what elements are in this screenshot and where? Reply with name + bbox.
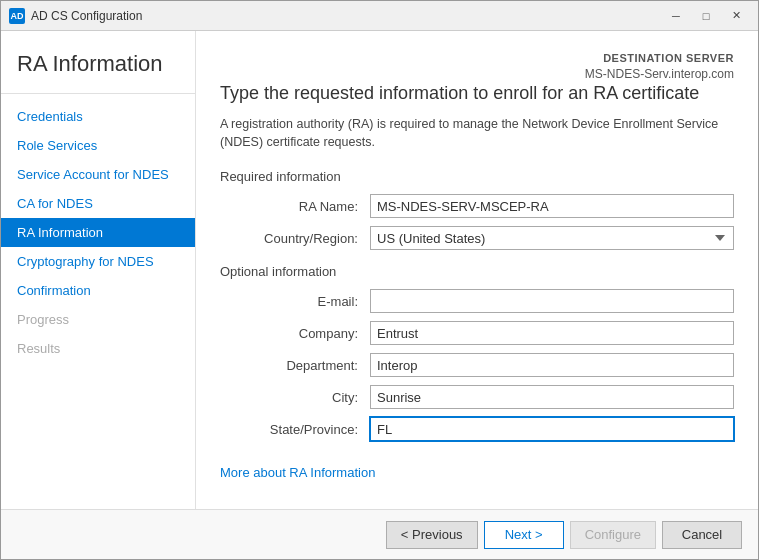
page-title-area: RA Information (1, 41, 195, 94)
sidebar-item-ca-for-ndes[interactable]: CA for NDES (1, 189, 195, 218)
city-input[interactable] (370, 385, 734, 409)
company-row: Company: (220, 321, 734, 345)
window: AD AD CS Configuration ─ □ ✕ RA Informat… (0, 0, 759, 560)
window-title: AD CS Configuration (31, 9, 662, 23)
department-row: Department: (220, 353, 734, 377)
state-label: State/Province: (240, 422, 370, 437)
city-label: City: (240, 390, 370, 405)
main-area: RA Information Credentials Role Services… (1, 31, 758, 509)
email-label: E-mail: (240, 294, 370, 309)
department-label: Department: (240, 358, 370, 373)
destination-server-name: MS-NDES-Serv.interop.com (585, 66, 734, 83)
required-section-label: Required information (220, 169, 734, 184)
destination-label: DESTINATION SERVER (585, 51, 734, 66)
titlebar: AD AD CS Configuration ─ □ ✕ (1, 1, 758, 31)
optional-section-label-area: Optional information (220, 264, 734, 279)
city-row: City: (220, 385, 734, 409)
optional-section-label: Optional information (220, 264, 734, 279)
country-row: Country/Region: US (United States) CA (C… (220, 226, 734, 250)
sidebar-item-confirmation[interactable]: Confirmation (1, 276, 195, 305)
maximize-button[interactable]: □ (692, 6, 720, 26)
more-about-link[interactable]: More about RA Information (220, 465, 375, 480)
department-input[interactable] (370, 353, 734, 377)
state-input[interactable] (370, 417, 734, 441)
app-icon: AD (9, 8, 25, 24)
email-input[interactable] (370, 289, 734, 313)
sidebar-item-credentials[interactable]: Credentials (1, 102, 195, 131)
minimize-button[interactable]: ─ (662, 6, 690, 26)
sidebar-item-service-account[interactable]: Service Account for NDES (1, 160, 195, 189)
previous-button[interactable]: < Previous (386, 521, 478, 549)
ra-name-input[interactable] (370, 194, 734, 218)
close-button[interactable]: ✕ (722, 6, 750, 26)
country-select[interactable]: US (United States) CA (Canada) GB (Unite… (370, 226, 734, 250)
content-description: A registration authority (RA) is require… (220, 116, 734, 151)
cancel-button[interactable]: Cancel (662, 521, 742, 549)
ra-name-row: RA Name: (220, 194, 734, 218)
destination-server-info: DESTINATION SERVER MS-NDES-Serv.interop.… (585, 51, 734, 83)
page-title: RA Information (17, 51, 179, 77)
sidebar-item-progress: Progress (1, 305, 195, 334)
company-input[interactable] (370, 321, 734, 345)
configure-button[interactable]: Configure (570, 521, 656, 549)
footer: < Previous Next > Configure Cancel (1, 509, 758, 559)
window-controls: ─ □ ✕ (662, 6, 750, 26)
state-row: State/Province: (220, 417, 734, 441)
email-row: E-mail: (220, 289, 734, 313)
sidebar-item-results: Results (1, 334, 195, 363)
content-header: Type the requested information to enroll… (220, 83, 734, 104)
next-button[interactable]: Next > (484, 521, 564, 549)
sidebar-item-role-services[interactable]: Role Services (1, 131, 195, 160)
ra-name-label: RA Name: (240, 199, 370, 214)
sidebar: RA Information Credentials Role Services… (1, 31, 196, 509)
sidebar-item-ra-information[interactable]: RA Information (1, 218, 195, 247)
country-label: Country/Region: (240, 231, 370, 246)
content-panel: DESTINATION SERVER MS-NDES-Serv.interop.… (196, 31, 758, 509)
company-label: Company: (240, 326, 370, 341)
sidebar-item-cryptography[interactable]: Cryptography for NDES (1, 247, 195, 276)
